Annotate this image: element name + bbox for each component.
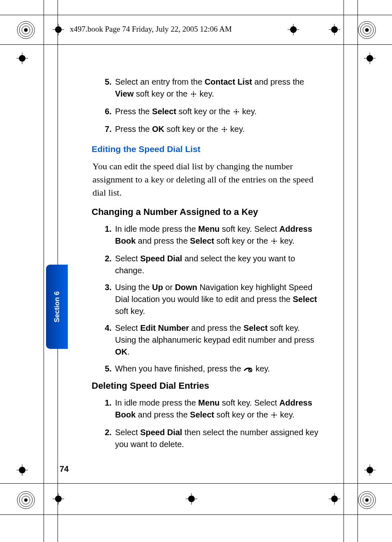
text-run: key. bbox=[240, 107, 257, 116]
text-run: Select bbox=[190, 410, 214, 419]
crosshair-icon bbox=[16, 53, 28, 64]
text-run: soft key. Select bbox=[220, 398, 279, 407]
crop-line bbox=[357, 0, 358, 542]
list-item: 3.Using the Up or Down Navigation key hi… bbox=[92, 281, 323, 317]
list-item: 4.Select Edit Number and press the Selec… bbox=[92, 322, 323, 358]
list-body: In idle mode press the Menu soft key. Se… bbox=[115, 223, 323, 248]
crosshair-icon bbox=[186, 493, 197, 505]
list-body: Select Edit Number and press the Select … bbox=[115, 322, 323, 358]
nav-key-icon bbox=[270, 410, 278, 422]
page-number: 74 bbox=[60, 464, 69, 474]
page-content: 5.Select an entry from the Contact List … bbox=[92, 76, 323, 455]
crop-line bbox=[0, 44, 392, 45]
text-run: In idle mode press the bbox=[115, 398, 198, 407]
section-tab: Section 6 bbox=[46, 265, 68, 349]
list-number: 1. bbox=[92, 223, 115, 248]
crosshair-icon bbox=[288, 24, 299, 35]
text-run: Select bbox=[152, 107, 176, 116]
crop-line bbox=[344, 0, 344, 542]
page-slug: x497.book Page 74 Friday, July 22, 2005 … bbox=[70, 25, 232, 34]
list-body: Select an entry from the Contact List an… bbox=[115, 76, 323, 101]
text-run: . bbox=[127, 347, 130, 356]
text-run: key. bbox=[197, 89, 214, 98]
crop-line bbox=[0, 483, 392, 484]
text-run: key. bbox=[228, 125, 245, 134]
nav-key-icon bbox=[270, 236, 278, 248]
text-run: Press the bbox=[115, 125, 152, 134]
text-run: soft key or the bbox=[214, 410, 270, 419]
text-run: Select bbox=[115, 254, 140, 263]
list-body: When you have finished, press the key. bbox=[115, 363, 323, 376]
text-run: soft key. bbox=[115, 307, 145, 316]
list-body: Select Speed Dial and select the key you… bbox=[115, 253, 323, 277]
list-item: 5.Select an entry from the Contact List … bbox=[92, 76, 323, 101]
text-run: Edit Number bbox=[140, 323, 189, 332]
crosshair-icon bbox=[329, 493, 340, 505]
list-number: 1. bbox=[92, 397, 115, 422]
list-item: 1.In idle mode press the Menu soft key. … bbox=[92, 223, 323, 248]
list-item: 5.When you have finished, press the key. bbox=[92, 363, 323, 376]
text-run: Using the bbox=[115, 283, 152, 292]
list-number: 4. bbox=[92, 322, 115, 358]
section-tab-label: Section 6 bbox=[53, 291, 61, 323]
crosshair-icon bbox=[16, 464, 28, 476]
list-item: 2.Select Speed Dial then select the numb… bbox=[92, 427, 323, 450]
list-number: 6. bbox=[92, 106, 115, 118]
text-run: soft key. Select bbox=[220, 224, 279, 233]
text-run: Speed Dial bbox=[140, 254, 182, 263]
text-run: When you have finished, press the bbox=[115, 364, 243, 373]
text-run: and press the bbox=[136, 236, 190, 245]
nav-key-icon bbox=[190, 89, 197, 101]
text-run: key. bbox=[278, 236, 295, 245]
list-body: Press the Select soft key or the key. bbox=[115, 106, 323, 118]
text-run: Menu bbox=[198, 224, 219, 233]
crosshair-icon bbox=[53, 24, 64, 35]
text-run: soft key or the bbox=[164, 125, 221, 134]
text-run: Select bbox=[190, 236, 214, 245]
registration-mark-icon bbox=[16, 21, 35, 39]
crosshair-icon bbox=[364, 464, 376, 476]
end-key-icon bbox=[243, 364, 253, 376]
text-run: and press the bbox=[189, 323, 243, 332]
heading-changing-number: Changing a Number Assigned to a Key bbox=[92, 207, 323, 217]
text-run: soft key or the bbox=[176, 107, 233, 116]
crosshair-icon bbox=[53, 493, 64, 505]
list-number: 3. bbox=[92, 281, 115, 317]
list-number: 5. bbox=[92, 76, 115, 101]
list-body: Using the Up or Down Navigation key high… bbox=[115, 281, 323, 317]
crop-line bbox=[0, 514, 392, 515]
list-number: 5. bbox=[92, 363, 115, 376]
text-run: View bbox=[115, 89, 134, 98]
svg-point-15 bbox=[365, 498, 369, 502]
text-run: Select bbox=[115, 323, 140, 332]
list-number: 2. bbox=[92, 253, 115, 277]
text-run: Select bbox=[293, 295, 317, 304]
crop-line bbox=[0, 15, 392, 15]
list-item: 7.Press the OK soft key or the key. bbox=[92, 123, 323, 136]
list-item: 6.Press the Select soft key or the key. bbox=[92, 106, 323, 118]
registration-mark-icon bbox=[357, 21, 376, 39]
crop-line bbox=[44, 0, 44, 542]
text-run: Down bbox=[175, 283, 197, 292]
text-run: or bbox=[163, 283, 175, 292]
nav-key-icon bbox=[221, 124, 228, 136]
registration-mark-icon bbox=[357, 491, 376, 509]
text-run: Press the bbox=[115, 107, 152, 116]
text-run: Select bbox=[115, 428, 140, 437]
list-body: Select Speed Dial then select the number… bbox=[115, 427, 323, 450]
registration-mark-icon bbox=[16, 491, 35, 509]
text-run: key. bbox=[253, 364, 270, 373]
text-run: soft key or the bbox=[134, 89, 190, 98]
nav-key-icon bbox=[233, 106, 240, 118]
text-run: OK bbox=[115, 347, 127, 356]
text-run: soft key or the bbox=[214, 236, 270, 245]
heading-editing-speed-dial: Editing the Speed Dial List bbox=[92, 144, 323, 154]
heading-deleting-entries: Deleting Speed Dial Entries bbox=[92, 381, 323, 391]
crosshair-icon bbox=[329, 24, 340, 35]
svg-point-3 bbox=[24, 28, 28, 32]
svg-point-7 bbox=[365, 28, 369, 32]
svg-point-11 bbox=[24, 498, 28, 502]
text-run: Speed Dial bbox=[140, 428, 182, 437]
text-run: key. bbox=[278, 410, 295, 419]
list-body: Press the OK soft key or the key. bbox=[115, 123, 323, 136]
